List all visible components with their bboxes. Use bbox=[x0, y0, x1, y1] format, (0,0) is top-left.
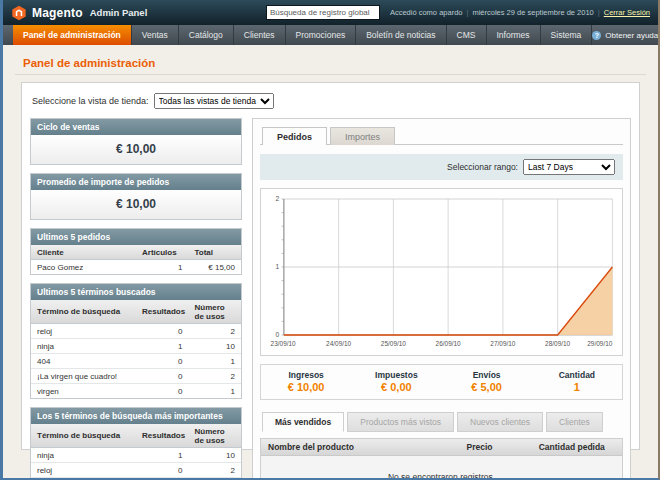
nav-tab-bolet-n-de-noticias[interactable]: Boletín de noticias bbox=[356, 25, 446, 45]
column-header: Resultados bbox=[136, 424, 189, 448]
user-info: Accedió como apardo | miércoles 29 de se… bbox=[390, 8, 650, 17]
stat-label: Envíos bbox=[442, 370, 532, 380]
svg-text:2: 2 bbox=[275, 195, 279, 202]
table-cell: reloj bbox=[31, 324, 136, 339]
tab-pedidos[interactable]: Pedidos bbox=[262, 127, 327, 145]
svg-text:25/09/10: 25/09/10 bbox=[381, 340, 406, 347]
nav-tab-clientes[interactable]: Clientes bbox=[234, 25, 286, 45]
table-row[interactable]: ninja110 bbox=[31, 448, 241, 463]
bottom-tab-clientes: Clientes bbox=[546, 412, 603, 432]
table-cell: 0 bbox=[136, 369, 189, 384]
bottom-tab-m-s-vendidos[interactable]: Más vendidos bbox=[262, 412, 344, 432]
svg-text:1: 1 bbox=[275, 263, 279, 270]
col-price: Precio bbox=[460, 439, 532, 456]
col-product-name: Nombre del producto bbox=[261, 439, 460, 456]
help-label: Obtener ayuda para esta página bbox=[605, 31, 660, 40]
table-row[interactable]: reloj02 bbox=[31, 463, 241, 478]
main-nav: Panel de administraciónVentasCatálogoCli… bbox=[3, 25, 658, 45]
table-cell: 1 bbox=[136, 339, 189, 354]
table-cell: 1 bbox=[136, 260, 189, 275]
nav-tab-cat-logo[interactable]: Catálogo bbox=[179, 25, 234, 45]
dashboard-panel: Pedidos Importes Seleccionar rango: Last… bbox=[252, 118, 631, 480]
summary-box-value: € 10,00 bbox=[31, 190, 241, 219]
table-cell: 10 bbox=[189, 339, 242, 354]
col-qty-ordered: Cantidad pedida bbox=[532, 439, 622, 456]
left-table-2: Los 5 términos de búsqueda más important… bbox=[30, 407, 242, 480]
column-header: Artículos bbox=[136, 245, 189, 260]
app-title: Magento bbox=[32, 6, 83, 20]
nav-tab-ventas[interactable]: Ventas bbox=[132, 25, 179, 45]
left-column: Ciclo de ventas€ 10,00Promedio de import… bbox=[30, 118, 242, 480]
svg-text:29/09/10: 29/09/10 bbox=[587, 340, 612, 347]
svg-text:24/09/10: 24/09/10 bbox=[326, 340, 351, 347]
left-table-title: Ultimos 5 pedidos bbox=[31, 229, 241, 245]
svg-text:28/09/10: 28/09/10 bbox=[545, 340, 570, 347]
dashboard-container: Seleccione la vista de tienda: Todas las… bbox=[21, 82, 640, 450]
nav-tab-sistema[interactable]: Sistema bbox=[541, 25, 593, 45]
table-cell: € 15,00 bbox=[189, 260, 242, 275]
column-header: Término de búsqueda bbox=[31, 424, 136, 448]
current-date: miércoles 29 de septiembre de 2010 bbox=[472, 8, 593, 17]
table-row[interactable]: ¡La virgen que cuadro!02 bbox=[31, 369, 241, 384]
left-table-grid: Término de búsquedaResultadosNúmero de u… bbox=[31, 424, 241, 480]
svg-text:0: 0 bbox=[275, 331, 279, 338]
admin-page: Magento Admin Panel Accedió como apardo … bbox=[0, 0, 660, 480]
app-subtitle: Admin Panel bbox=[90, 7, 148, 18]
table-cell: 404 bbox=[31, 354, 136, 369]
global-search-input[interactable] bbox=[266, 5, 380, 20]
svg-text:27/09/10: 27/09/10 bbox=[490, 340, 515, 347]
table-cell: 0 bbox=[136, 324, 189, 339]
column-header: Número de usos bbox=[189, 424, 242, 448]
column-header: Número de usos bbox=[189, 300, 242, 324]
table-cell: 0 bbox=[136, 354, 189, 369]
left-table-grid: ClienteArtículosTotalPaco Gomez1€ 15,00 bbox=[31, 245, 241, 274]
table-cell: 1 bbox=[189, 354, 242, 369]
table-row[interactable]: virgen01 bbox=[31, 384, 241, 399]
table-cell: Paco Gomez bbox=[31, 260, 136, 275]
nav-tab-promociones[interactable]: Promociones bbox=[286, 25, 357, 45]
table-cell: 2 bbox=[189, 369, 242, 384]
nav-tab-informes[interactable]: Informes bbox=[487, 25, 541, 45]
table-cell: ¡La virgen que cuadro! bbox=[31, 369, 136, 384]
stat-ingresos: Ingresos€ 10,00 bbox=[261, 370, 351, 393]
stat-value: 1 bbox=[532, 381, 622, 393]
help-link[interactable]: ? Obtener ayuda para esta página bbox=[592, 25, 660, 45]
left-table-0: Ultimos 5 pedidosClienteArtículosTotalPa… bbox=[30, 228, 242, 275]
page-title: Panel de administración bbox=[23, 57, 648, 69]
stat-label: Impuestos bbox=[351, 370, 441, 380]
nav-tab-dashboard[interactable]: Panel de administración bbox=[13, 25, 132, 45]
stat-label: Ingresos bbox=[261, 370, 351, 380]
range-bar: Seleccionar rango: Last 7 Days bbox=[260, 154, 623, 180]
store-view-select[interactable]: Todas las vistas de tienda bbox=[154, 93, 274, 109]
logout-link[interactable]: Cerrar Sesión bbox=[604, 8, 650, 17]
range-label: Seleccionar rango: bbox=[447, 162, 518, 172]
content-area: Panel de administración Seleccione la vi… bbox=[3, 45, 658, 450]
top-header: Magento Admin Panel Accedió como apardo … bbox=[3, 0, 658, 25]
nav-tab-cms[interactable]: CMS bbox=[447, 25, 487, 45]
table-cell: 0 bbox=[136, 463, 189, 478]
magento-logo-icon bbox=[11, 5, 27, 21]
table-row[interactable]: Paco Gomez1€ 15,00 bbox=[31, 260, 241, 275]
table-row[interactable]: 40401 bbox=[31, 354, 241, 369]
chart-tabs: Pedidos Importes bbox=[260, 126, 623, 145]
summary-box-title: Ciclo de ventas bbox=[31, 119, 241, 135]
table-cell: ninja bbox=[31, 339, 136, 354]
bottom-tab-productos-m-s-vistos: Productos más vistos bbox=[347, 412, 454, 432]
bottom-tab-nuevos-clientes: Nuevos clientes bbox=[457, 412, 543, 432]
store-view-row: Seleccione la vista de tienda: Todas las… bbox=[32, 93, 631, 109]
table-row[interactable]: reloj02 bbox=[31, 324, 241, 339]
range-select[interactable]: Last 7 Days bbox=[523, 159, 615, 175]
left-table-grid: Término de búsquedaResultadosNúmero de u… bbox=[31, 300, 241, 398]
tab-importes[interactable]: Importes bbox=[330, 127, 395, 145]
summary-box-title: Promedio de importe de pedidos bbox=[31, 174, 241, 190]
stat-value: € 10,00 bbox=[261, 381, 351, 393]
stat-label: Cantidad bbox=[532, 370, 622, 380]
column-header: Cliente bbox=[31, 245, 136, 260]
table-row[interactable]: ninja110 bbox=[31, 339, 241, 354]
table-cell: 0 bbox=[136, 384, 189, 399]
table-cell: 1 bbox=[189, 384, 242, 399]
empty-records-message: No se encontraron registros. bbox=[261, 456, 622, 480]
stat-value: € 0,00 bbox=[351, 381, 441, 393]
left-table-1: Ultimos 5 términos buscadosTérmino de bú… bbox=[30, 283, 242, 399]
orders-chart: 01223/09/1024/09/1025/09/1026/09/1027/09… bbox=[260, 188, 623, 356]
